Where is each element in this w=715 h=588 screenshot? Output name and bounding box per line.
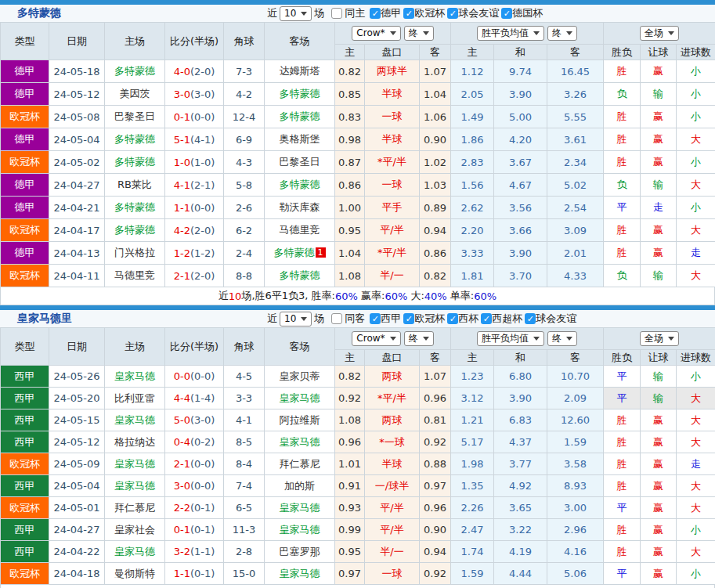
scope-select[interactable]: 全场 <box>640 331 679 346</box>
odds-source-select[interactable]: Crow* <box>352 26 400 41</box>
home-team-link[interactable]: 皇家马德 <box>114 370 155 382</box>
home-team-link[interactable]: 皇家马德 <box>114 414 155 426</box>
home-team-link[interactable]: 多特蒙德 <box>114 133 155 145</box>
match-count-select[interactable]: 10 <box>280 312 312 326</box>
away-team-link[interactable]: 皇家贝蒂 <box>280 370 320 382</box>
home-team-link[interactable]: 多特蒙德 <box>114 65 155 77</box>
checkbox-checked-icon[interactable] <box>447 313 458 324</box>
mean-stage-select[interactable]: 终 <box>547 26 577 41</box>
home-team-link[interactable]: RB莱比 <box>117 179 152 190</box>
match-type-badge[interactable]: 欧冠杯 <box>1 563 49 585</box>
home-team-link[interactable]: 多特蒙德 <box>114 156 155 168</box>
mean-draw-odds: 4.67 <box>494 174 547 197</box>
match-type-badge[interactable]: 德甲 <box>1 83 49 106</box>
home-team-link[interactable]: 皇家马德 <box>114 546 155 557</box>
home-team-link[interactable]: 皇家社会 <box>114 524 155 536</box>
same-venue-checkbox[interactable] <box>331 8 342 19</box>
home-team-link[interactable]: 美因茨 <box>120 88 150 99</box>
odds-home-value: 0.96 <box>335 431 365 453</box>
match-type-badge[interactable]: 西甲 <box>1 409 49 431</box>
away-team-link[interactable]: 阿拉维斯 <box>280 414 320 426</box>
home-team-link[interactable]: 比利亚雷 <box>114 392 155 404</box>
away-team-link[interactable]: 巴黎圣日 <box>280 156 320 168</box>
mean-source-select[interactable]: 胜平负均值 <box>477 26 544 41</box>
away-team-link[interactable]: 多特蒙德 <box>280 88 320 99</box>
match-count-select[interactable]: 10 <box>280 6 312 21</box>
match-type-badge[interactable]: 欧冠杯 <box>1 106 49 128</box>
same-venue-checkbox[interactable] <box>331 313 342 324</box>
match-type-badge[interactable]: 西甲 <box>1 475 49 497</box>
col-away: 客场 <box>265 328 335 366</box>
mean-stage-select[interactable]: 终 <box>547 331 577 346</box>
away-team-link[interactable]: 达姆斯塔 <box>280 65 320 77</box>
home-team-link[interactable]: 多特蒙德 <box>114 201 155 213</box>
away-team-link[interactable]: 勒沃库森 <box>280 201 320 213</box>
league-filter[interactable]: 欧冠杯 <box>403 312 445 326</box>
away-team-link[interactable]: 拜仁慕尼 <box>280 458 320 470</box>
match-type-badge[interactable]: 欧冠杯 <box>1 151 49 174</box>
scope-select[interactable]: 全场 <box>640 26 679 41</box>
checkbox-checked-icon[interactable] <box>403 8 414 19</box>
odds-stage-select[interactable]: 终 <box>404 331 434 346</box>
mean-source-value: 胜平负均值 <box>482 27 529 40</box>
league-filter[interactable]: 西杯 <box>447 312 478 326</box>
match-type-badge[interactable]: 德甲 <box>1 242 49 265</box>
checkbox-checked-icon[interactable] <box>481 313 492 324</box>
away-team-link[interactable]: 巴塞罗那 <box>280 546 320 557</box>
match-type-badge[interactable]: 欧冠杯 <box>1 265 49 287</box>
away-team-link[interactable]: 皇家马德 <box>280 524 320 536</box>
match-type-badge[interactable]: 西甲 <box>1 519 49 541</box>
odds-source-select[interactable]: Crow* <box>352 331 400 346</box>
away-team-link[interactable]: 多特蒙德 <box>280 269 320 281</box>
match-type-badge[interactable]: 德甲 <box>1 174 49 197</box>
away-team-link[interactable]: 皇家马德 <box>280 502 320 514</box>
league-filter[interactable]: 德国杯 <box>501 6 543 20</box>
odds-stage-select[interactable]: 终 <box>404 26 434 41</box>
fulltime-score: 5-0 <box>174 414 190 426</box>
checkbox-checked-icon[interactable] <box>501 8 512 19</box>
match-type-badge[interactable]: 德甲 <box>1 197 49 219</box>
checkbox-checked-icon[interactable] <box>370 313 381 324</box>
league-filter[interactable]: 欧冠杯 <box>403 6 445 20</box>
away-team-link[interactable]: 马德里竞 <box>280 224 320 236</box>
league-filter[interactable]: 球会友谊 <box>447 6 499 20</box>
match-type-badge[interactable]: 德甲 <box>1 60 49 83</box>
mean-source-select[interactable]: 胜平负均值 <box>477 331 544 346</box>
away-team-link[interactable]: 多特蒙德 <box>280 110 320 122</box>
home-team-link[interactable]: 门兴格拉 <box>114 247 155 258</box>
away-team-link[interactable]: 多特蒙德 <box>280 179 320 190</box>
home-team-link[interactable]: 多特蒙德 <box>114 224 155 236</box>
match-type-badge[interactable]: 欧冠杯 <box>1 453 49 475</box>
result-outcome: 负 <box>604 174 641 197</box>
away-team-link[interactable]: 多特蒙德 <box>274 247 315 258</box>
home-team-link[interactable]: 巴黎圣日 <box>114 110 155 122</box>
checkbox-checked-icon[interactable] <box>370 8 381 19</box>
away-team-link[interactable]: 加的斯 <box>284 480 315 492</box>
away-team-link[interactable]: 皇家马德 <box>280 392 320 404</box>
match-type-badge[interactable]: 西甲 <box>1 541 49 563</box>
league-filter[interactable]: 球会友谊 <box>525 312 576 326</box>
checkbox-checked-icon[interactable] <box>447 8 458 19</box>
home-team-link[interactable]: 拜仁慕尼 <box>114 502 155 514</box>
league-filter[interactable]: 西甲 <box>370 312 401 326</box>
match-type-badge[interactable]: 西甲 <box>1 366 49 388</box>
home-team-link[interactable]: 皇家马德 <box>114 458 155 470</box>
match-type-badge[interactable]: 欧冠杯 <box>1 497 49 519</box>
odds-away-value: 0.94 <box>420 219 451 242</box>
score-cell: 2-2(0-1) <box>165 497 224 519</box>
match-type-badge[interactable]: 德甲 <box>1 128 49 151</box>
league-filter[interactable]: 德甲 <box>370 6 401 20</box>
away-team-link[interactable]: 皇家马德 <box>280 568 320 579</box>
home-team-link[interactable]: 马德里竞 <box>114 269 155 281</box>
match-type-badge[interactable]: 欧冠杯 <box>1 219 49 242</box>
home-team-link[interactable]: 曼彻斯特 <box>114 568 155 579</box>
league-filter[interactable]: 西超杯 <box>481 312 522 326</box>
home-team-link[interactable]: 格拉纳达 <box>114 436 155 448</box>
away-team-link[interactable]: 皇家马德 <box>280 436 320 448</box>
checkbox-checked-icon[interactable] <box>403 313 414 324</box>
away-team-link[interactable]: 奥格斯堡 <box>280 133 320 145</box>
checkbox-checked-icon[interactable] <box>525 313 536 324</box>
match-type-badge[interactable]: 西甲 <box>1 388 49 409</box>
home-team-link[interactable]: 皇家马德 <box>114 480 155 492</box>
match-type-badge[interactable]: 西甲 <box>1 431 49 453</box>
